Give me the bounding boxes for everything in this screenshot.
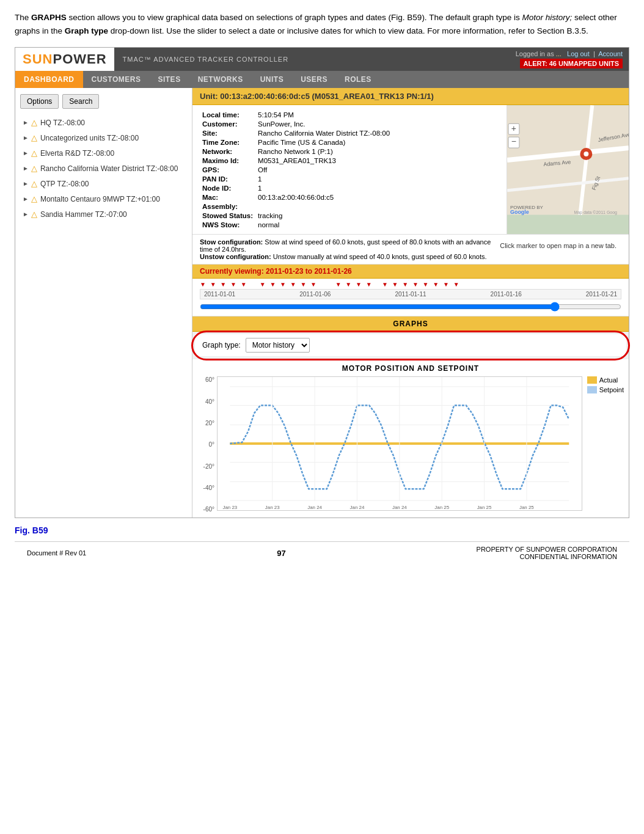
field-value: Off: [255, 165, 392, 174]
svg-text:8:00: 8:00: [480, 510, 489, 511]
footer: Document # Rev 01 97 PROPERTY OF SUNPOWE…: [15, 541, 629, 564]
timeline-arrows: ▼ ▼ ▼ ▼ ▼ ▼ ▼ ▼ ▼ ▼ ▼ ▼ ▼ ▼ ▼ ▼ ▼ ▼ ▼ ▼ …: [200, 281, 621, 288]
y-label-neg60: -60°: [197, 506, 214, 513]
graph-type-container: Graph type: Motor history Wind speed Tem…: [192, 332, 629, 359]
field-label: Node ID:: [200, 183, 255, 192]
field-value: tracking: [255, 211, 392, 220]
tree-item-elverta[interactable]: ► △ Elverta R&D TZ:-08:00: [20, 145, 187, 161]
nav-dashboard[interactable]: DASHBOARD: [15, 71, 83, 88]
legend-actual: Actual: [587, 376, 624, 384]
field-value: 5:10:54 PM: [255, 110, 392, 119]
svg-text:Map data ©2011 Goog: Map data ©2011 Goog: [574, 210, 617, 215]
unit-info-row: Local time:5:10:54 PM Customer:SunPower,…: [192, 105, 629, 235]
svg-text:−: −: [511, 136, 516, 146]
warning-icon: △: [31, 179, 37, 188]
alert-bar: ALERT: 46 UNMAPPED UNITS: [520, 59, 623, 68]
tree-item-rancho[interactable]: ► △ Rancho California Water District TZ:…: [20, 161, 187, 176]
tree-arrow: ►: [23, 134, 29, 141]
graph-type-row: Graph type: Motor history Wind speed Tem…: [195, 334, 626, 357]
tree-item-hq[interactable]: ► △ HQ TZ:-08:00: [20, 115, 187, 130]
warning-icon: △: [31, 194, 37, 203]
logo-area: SUNPOWER: [15, 48, 114, 71]
svg-text:0:00: 0:00: [437, 510, 447, 511]
field-label: Customer:: [200, 119, 255, 128]
field-label: Time Zone:: [200, 137, 255, 147]
tree-arrow: ►: [23, 211, 29, 218]
map-area: Jefferson Ave Adams Ave Fig St + −: [507, 105, 629, 234]
field-value: normal: [255, 220, 392, 229]
map-svg: Jefferson Ave Adams Ave Fig St + −: [507, 105, 629, 215]
intro-paragraph: The GRAPHS section allows you to view gr…: [15, 11, 629, 37]
app-title: TMAC™ ADVANCED TRACKER CONTROLLER: [123, 56, 289, 63]
warning-icon: △: [31, 148, 37, 158]
legend-actual-label: Actual: [599, 376, 618, 384]
field-value: Rancho Network 1 (P:1): [255, 147, 392, 156]
field-label: NWS Stow:: [200, 220, 255, 229]
field-label: Mac:: [200, 192, 255, 202]
search-button[interactable]: Search: [62, 94, 99, 109]
footer-center: 97: [277, 549, 285, 558]
chart-title: MOTOR POSITION AND SETPOINT: [197, 364, 624, 373]
account-link[interactable]: Account: [598, 50, 623, 57]
nav-users[interactable]: USERS: [292, 71, 336, 88]
legend-setpoint-color: [587, 386, 597, 393]
field-value: Rancho California Water District TZ:-08:…: [255, 128, 392, 137]
graphs-section: GRAPHS Graph type: Motor history Wind sp…: [192, 316, 629, 518]
field-label: Stowed Status:: [200, 211, 255, 220]
nav-units[interactable]: UNITS: [252, 71, 293, 88]
svg-text:+: +: [511, 123, 516, 133]
options-button[interactable]: Options: [20, 94, 59, 109]
tree-item-qtp[interactable]: ► △ QTP TZ:-08:00: [20, 176, 187, 191]
unit-details: Local time:5:10:54 PM Customer:SunPower,…: [192, 105, 507, 234]
timeline: ▼ ▼ ▼ ▼ ▼ ▼ ▼ ▼ ▼ ▼ ▼ ▼ ▼ ▼ ▼ ▼ ▼ ▼ ▼ ▼ …: [192, 279, 629, 316]
field-label: GPS:: [200, 165, 255, 174]
timeline-slider[interactable]: [200, 302, 621, 312]
tree-label: QTP TZ:-08:00: [40, 180, 185, 188]
svg-point-8: [584, 152, 588, 156]
legend-actual-color: [587, 376, 597, 384]
date-bar: Currently viewing: 2011-01-23 to 2011-01…: [192, 265, 629, 279]
footer-left: Document # Rev 01: [27, 549, 86, 557]
tree-item-uncategorized[interactable]: ► △ Uncategorized units TZ:-08:00: [20, 130, 187, 145]
app-title-area: TMAC™ ADVANCED TRACKER CONTROLLER: [114, 53, 298, 65]
nav-bar: DASHBOARD CUSTOMERS SITES NETWORKS UNITS…: [15, 71, 629, 88]
tree-label: Montalto Centauro 9MWP TZ:+01:00: [40, 195, 185, 203]
date-bar-prefix: Currently viewing:: [200, 267, 266, 276]
nav-customers[interactable]: CUSTOMERS: [83, 71, 150, 88]
date-range: 2011-01-23 to 2011-01-26: [266, 267, 352, 276]
y-label-neg40: -40°: [197, 485, 214, 491]
top-bar: SUNPOWER TMAC™ ADVANCED TRACKER CONTROLL…: [15, 48, 629, 71]
logout-link[interactable]: Log out: [567, 50, 590, 57]
tree-item-sandia[interactable]: ► △ Sandia Hammer TZ:-07:00: [20, 207, 187, 222]
field-value: [255, 202, 392, 211]
timeline-date-5: 2011-01-21: [586, 291, 617, 298]
footer-right-line1: PROPERTY OF SUNPOWER CORPORATION: [477, 546, 617, 553]
tree-label: Rancho California Water District TZ:-08:…: [40, 164, 185, 173]
warning-icon: △: [31, 133, 37, 142]
fig-label: Fig. B59: [15, 525, 629, 535]
graph-type-label: Graph type:: [202, 341, 241, 349]
sidebar: Options Search ► △ HQ TZ:-08:00 ► △ Unca…: [15, 88, 192, 518]
svg-text:8:00: 8:00: [353, 510, 362, 511]
tree-arrow: ►: [23, 150, 29, 156]
timeline-slider-container: [200, 302, 621, 313]
svg-text:0:00: 0:00: [310, 510, 320, 511]
nav-roles[interactable]: ROLES: [336, 71, 380, 88]
tree-arrow: ►: [23, 180, 29, 187]
graph-type-select[interactable]: Motor history Wind speed Temperature Pow…: [246, 338, 310, 353]
svg-text:8:00: 8:00: [225, 510, 235, 511]
field-value: 1: [255, 174, 392, 183]
warning-icon: △: [31, 164, 37, 173]
top-bar-left: SUNPOWER TMAC™ ADVANCED TRACKER CONTROLL…: [15, 48, 297, 71]
y-axis: 60° 40° 20° 0° -20° -40° -60°: [197, 376, 217, 513]
warning-icon: △: [31, 118, 37, 127]
field-label: Site:: [200, 128, 255, 137]
stow-text: Stow configuration: Stow at wind speed o…: [200, 238, 495, 260]
tree-item-montalto[interactable]: ► △ Montalto Centauro 9MWP TZ:+01:00: [20, 191, 187, 207]
nav-sites[interactable]: SITES: [149, 71, 189, 88]
field-value: M0531_AREA01_TRK13: [255, 156, 392, 165]
svg-text:16:00: 16:00: [521, 510, 533, 511]
nav-networks[interactable]: NETWORKS: [189, 71, 252, 88]
field-value: 00:13:a2:00:40:66:0d:c5: [255, 192, 392, 202]
y-label-40: 40°: [197, 398, 214, 405]
